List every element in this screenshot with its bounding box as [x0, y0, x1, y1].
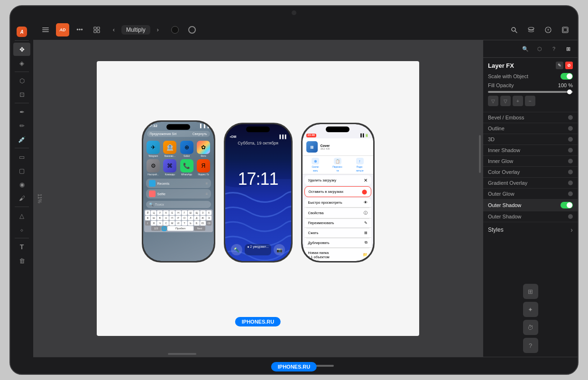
time-left: 17:32: [148, 124, 157, 128]
phone-mockup-left: 17:32 ▐ ▐ ▐ Предложения Siri Свернуть: [142, 120, 215, 262]
text-tool[interactable]: T: [13, 240, 30, 253]
fx-dot-outer-glow[interactable]: [568, 191, 573, 196]
vertical-scroll[interactable]: [479, 135, 481, 173]
canvas-content[interactable]: 17:32 ▐ ▐ ▐ Предложения Siri Свернуть: [97, 61, 419, 336]
panel-tab-layers[interactable]: ⬡: [534, 43, 545, 54]
separator: [15, 238, 29, 238]
fx-dot-outer-shadow-2[interactable]: [568, 214, 573, 219]
app-bank: 🏦 Банковс...: [163, 141, 177, 157]
gradient-tool[interactable]: ◉: [13, 178, 30, 191]
fx-inner-glow: Inner Glow: [483, 156, 578, 167]
panel-tab-search[interactable]: 🔍: [520, 43, 531, 54]
fx-dot-inner-glow[interactable]: [568, 159, 573, 163]
ipad-top-bar: [10, 6, 578, 19]
app-settings: ⚙ Настрой...: [146, 159, 161, 176]
panel-edit-button[interactable]: ✎: [556, 62, 563, 69]
forward-button[interactable]: ›: [151, 23, 165, 36]
menu-properties[interactable]: Свойства ⓘ: [304, 208, 371, 218]
fx-dot-3d[interactable]: [568, 137, 573, 142]
rectangle-tool[interactable]: ▭: [13, 150, 30, 163]
lock-time: 17:11: [225, 169, 291, 189]
action-copy[interactable]: ⊕ Скопи- вать: [312, 158, 319, 172]
styles-row[interactable]: Styles ›: [483, 222, 578, 237]
panel-grid-button[interactable]: ⊞: [523, 284, 538, 299]
crop-tool[interactable]: ⊡: [13, 88, 30, 101]
blend-mode-dropdown[interactable]: Multiply: [121, 25, 150, 35]
menu-duplicate[interactable]: Дублировать ⧉: [304, 238, 371, 248]
triangle-tool[interactable]: △: [13, 209, 30, 222]
quick-btn-remove[interactable]: −: [525, 96, 535, 106]
fx-dot-color-overlay[interactable]: [568, 170, 573, 174]
horizontal-scroll[interactable]: [168, 353, 196, 355]
menu-rename[interactable]: Переименовать ✎: [304, 218, 371, 228]
trash-tool[interactable]: 🗑: [13, 254, 30, 267]
fx-outer-shadow-2: Outer Shadow: [483, 211, 578, 222]
svg-rect-2: [42, 31, 49, 32]
layers-button[interactable]: [524, 23, 538, 36]
fx-dot-gradient-overlay[interactable]: [568, 181, 573, 185]
separator: [15, 207, 29, 207]
quick-btn-add[interactable]: +: [513, 96, 523, 106]
menu-delete-download[interactable]: Удалить загрузку ✕: [304, 175, 371, 185]
roundrect-tool[interactable]: ▢: [13, 164, 30, 177]
fx-3d: 3D: [483, 134, 578, 145]
panel-disable-button[interactable]: ⊘: [565, 62, 573, 69]
panel-help-button[interactable]: ?: [523, 338, 538, 353]
app-whatsapp: 📞 WhatsApp: [179, 159, 194, 176]
scale-toggle[interactable]: [560, 73, 573, 80]
panel-clock-button[interactable]: ⏱: [523, 320, 538, 335]
svg-point-9: [528, 27, 534, 29]
panel-star-button[interactable]: ✦: [523, 302, 538, 317]
fx-gradient-overlay: Gradient Overlay: [483, 178, 578, 189]
separator: [15, 103, 29, 103]
pen-tool[interactable]: ✒: [13, 105, 30, 118]
quick-btn-1[interactable]: ▽: [488, 96, 498, 106]
quick-btn-2[interactable]: ▽: [500, 96, 511, 106]
back-button[interactable]: ‹: [107, 23, 120, 36]
pencil-tool[interactable]: ✏: [13, 119, 30, 132]
menu-compress[interactable]: Сжать ⊞: [304, 228, 371, 238]
move-tool[interactable]: ✥: [13, 43, 30, 56]
phone-screen-right: 23:48 ▐▐ 🔋 ▦ Cover 362 KB: [303, 124, 373, 261]
panel-tab-color[interactable]: ?: [548, 43, 560, 54]
fill-color-button[interactable]: [168, 23, 182, 36]
more-button[interactable]: •••: [73, 23, 86, 36]
ad-icon-button[interactable]: AD: [56, 23, 69, 36]
top-toolbar: AD ••• ‹ Multiply ›: [33, 19, 578, 40]
iphones-badge-canvas: IPHONES.RU: [235, 317, 281, 326]
right-panel: 🔍 ⬡ ? ⊞ Layer FX ✎ ⊘: [483, 40, 578, 357]
node-tool[interactable]: ◈: [13, 56, 30, 70]
hamburger-button[interactable]: [39, 23, 52, 36]
menu-new-folder[interactable]: Новая папкас 1 объектом 📁: [304, 248, 371, 262]
outer-shadow-toggle[interactable]: [560, 202, 573, 208]
canvas-area: 11% 17:32 ▐ ▐ ▐: [33, 40, 483, 357]
svg-rect-5: [94, 30, 96, 33]
fx-dot-bevel[interactable]: [568, 115, 573, 120]
affinity-logo: A: [17, 27, 27, 37]
info-button[interactable]: ?: [542, 23, 555, 36]
action-share[interactable]: ↑ Поде- литься: [356, 158, 364, 172]
paint-tool[interactable]: 🖌: [13, 191, 30, 205]
wand-tool[interactable]: ⬦: [13, 223, 30, 236]
opacity-slider[interactable]: [488, 91, 573, 93]
menu-keep-downloads[interactable]: Оставить в загрузках ⬤: [305, 187, 371, 197]
app-yandex: Я Яндекс Го: [196, 159, 211, 176]
panel-title: Layer FX ✎ ⊘: [488, 62, 573, 69]
eyedropper-tool[interactable]: 💉: [13, 133, 30, 146]
fullscreen-button[interactable]: [559, 23, 572, 36]
fx-dot-outline[interactable]: [568, 126, 573, 131]
search-button[interactable]: [507, 23, 521, 36]
spotlight-search[interactable]: 🔍 Поиск: [146, 201, 211, 208]
fx-dot-inner-shadow[interactable]: [568, 148, 573, 153]
scale-row: Scale with Object: [488, 73, 573, 80]
menu-quicklook[interactable]: Быстро просмотреть 👁: [304, 198, 371, 208]
iphones-pill-canvas: IPHONES.RU: [235, 317, 281, 326]
snapping-button[interactable]: [90, 23, 103, 36]
svg-rect-1: [42, 29, 49, 30]
transform-tool[interactable]: ⬡: [13, 74, 30, 87]
stroke-color-button[interactable]: [185, 23, 199, 36]
phones-container: 17:32 ▐ ▐ ▐ Предложения Siri Свернуть: [142, 120, 375, 262]
bottom-watermark: IPHONES.RU: [271, 362, 317, 371]
panel-tab-fx[interactable]: ⊞: [562, 43, 574, 54]
action-rename[interactable]: 📋 Перенес- ти: [332, 158, 343, 172]
